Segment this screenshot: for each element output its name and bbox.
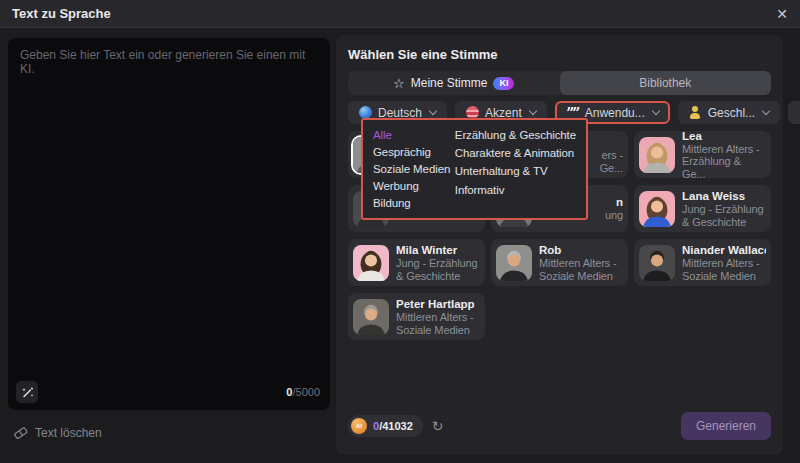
magic-wand-icon [21, 386, 34, 399]
voice-card[interactable]: Peter Hartlapp Mittleren Alters - Sozial… [348, 293, 485, 340]
dropdown-option[interactable]: Werbung [373, 178, 455, 195]
coin-icon: AI [351, 418, 367, 434]
voice-card-text: Mila Winter Jung - Erzählung & Geschicht… [396, 243, 480, 282]
voice-name: Niander Wallace [682, 243, 766, 257]
voice-picker-panel: Wählen Sie eine Stimme ☆ Meine Stimme KI… [336, 35, 783, 455]
voice-card-text: Lea Mittleren Alters - Erzählung & Ge... [682, 131, 766, 178]
dropdown-option[interactable]: Charaktere & Animation [455, 144, 576, 162]
dropdown-option[interactable]: Soziale Medien [373, 160, 455, 177]
dropdown-option[interactable]: Gesprächig [373, 143, 455, 160]
panel-title: Wählen Sie eine Stimme [348, 47, 771, 62]
voice-card-text: Niander Wallace Mittleren Alters - Sozia… [682, 243, 766, 282]
voice-card-text: Lana Weiss Jung - Erzählung & Geschichte [682, 189, 766, 228]
voice-card-text: Peter Hartlapp Mittleren Alters - Sozial… [396, 297, 480, 336]
credits-counter: 0/41032 [373, 420, 413, 432]
filter-gender[interactable]: Geschl... [678, 101, 780, 124]
tab-library[interactable]: Bibliothek [560, 71, 772, 95]
credits-pill: AI 0/41032 [348, 415, 423, 437]
avatar [496, 245, 532, 281]
ai-generate-button[interactable] [16, 381, 38, 403]
dropdown-option[interactable]: Unterhaltung & TV [455, 162, 576, 180]
filter-label: Geschl... [708, 106, 755, 120]
text-to-speech-dialog: Text zu Sprache ✕ 0/5000 Text löschen [0, 0, 800, 463]
dropdown-option[interactable]: Informativ [455, 181, 576, 199]
dialog-title: Text zu Sprache [12, 6, 111, 21]
chevron-down-icon [429, 107, 437, 115]
voice-desc: Mittleren Alters - Soziale Medien [682, 257, 766, 282]
ki-badge: KI [493, 77, 514, 90]
voice-name: Peter Hartlapp [396, 297, 480, 311]
generate-button[interactable]: Generieren [681, 412, 771, 440]
avatar [639, 191, 675, 227]
dropdown-option[interactable]: Bildung [373, 195, 455, 212]
clear-text-label: Text löschen [35, 426, 102, 440]
tab-library-label: Bibliothek [639, 76, 691, 90]
chevron-down-icon [652, 107, 660, 115]
voice-desc: Jung - Erzählung & Geschichte [682, 203, 766, 228]
voice-tabs: ☆ Meine Stimme KI Bibliothek [348, 71, 771, 95]
eraser-icon [14, 427, 28, 439]
titlebar: Text zu Sprache ✕ [0, 0, 800, 28]
dropdown-option[interactable]: Erzählung & Geschichte [455, 126, 576, 144]
avatar [639, 245, 675, 281]
chevron-down-icon [528, 107, 536, 115]
text-editor: 0/5000 [8, 38, 330, 410]
filter-age[interactable]: Alter [788, 101, 800, 124]
panel-footer: AI 0/41032 ↻ Generieren [348, 412, 771, 440]
avatar [353, 245, 389, 281]
voice-name: Rob [539, 243, 623, 257]
voice-card-text: Rob Mittleren Alters - Soziale Medien [539, 243, 623, 282]
voice-name: Lea [682, 131, 766, 143]
voice-card[interactable]: Niander Wallace Mittleren Alters - Sozia… [634, 239, 771, 286]
voice-card[interactable]: Rob Mittleren Alters - Soziale Medien [491, 239, 628, 286]
filter-label: Anwendu... [585, 106, 645, 120]
gender-icon [689, 106, 702, 119]
close-icon[interactable]: ✕ [776, 7, 788, 21]
avatar [639, 137, 675, 173]
chevron-down-icon [762, 107, 770, 115]
refresh-icon[interactable]: ↻ [432, 419, 444, 433]
char-counter: 0/5000 [286, 386, 320, 398]
voice-desc: Mittleren Alters - Erzählung & Ge... [682, 143, 766, 178]
tab-my-voice[interactable]: ☆ Meine Stimme KI [348, 71, 560, 95]
voice-card[interactable]: Lana Weiss Jung - Erzählung & Geschichte [634, 185, 771, 232]
text-input[interactable] [8, 38, 330, 368]
star-icon: ☆ [393, 77, 405, 90]
voice-desc: Mittleren Alters - Soziale Medien [396, 311, 480, 336]
editor-footer: 0/5000 [16, 381, 320, 403]
clear-text-button[interactable]: Text löschen [14, 426, 102, 440]
voice-desc: Mittleren Alters - Soziale Medien [539, 257, 623, 282]
voice-name: Mila Winter [396, 243, 480, 257]
voice-desc: Jung - Erzählung & Geschichte [396, 257, 480, 282]
voice-card[interactable]: Lea Mittleren Alters - Erzählung & Ge... [634, 131, 771, 178]
voice-card[interactable]: Mila Winter Jung - Erzählung & Geschicht… [348, 239, 485, 286]
avatar [353, 299, 389, 335]
dropdown-option[interactable]: Alle [373, 126, 455, 143]
tab-my-voice-label: Meine Stimme [411, 76, 488, 90]
voice-name: Lana Weiss [682, 189, 766, 203]
usecase-dropdown: AlleGesprächigSoziale MedienWerbungBildu… [361, 118, 588, 220]
